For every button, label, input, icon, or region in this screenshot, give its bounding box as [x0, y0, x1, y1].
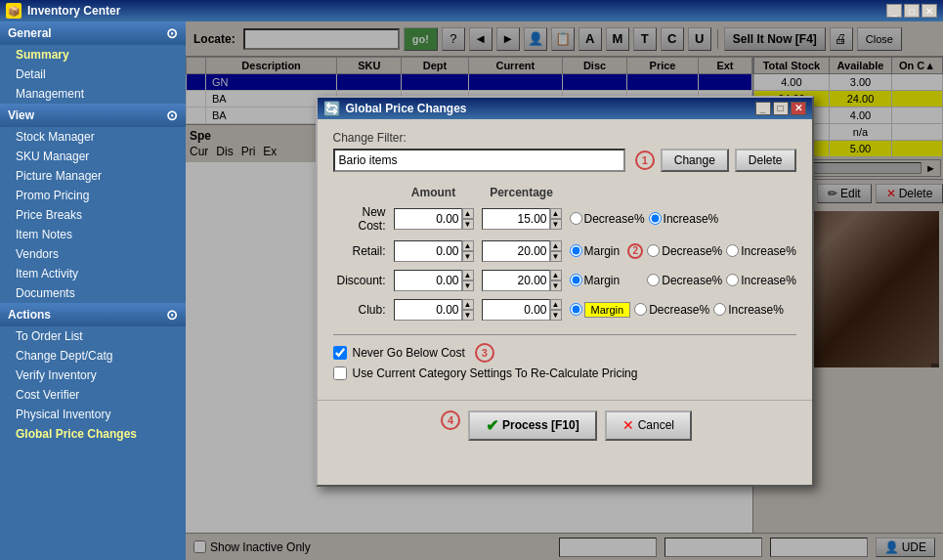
club-decrease-radio[interactable]: Decrease% — [634, 303, 709, 317]
modal-title-text: Global Price Changes — [346, 102, 750, 115]
club-amount-down[interactable]: ▼ — [462, 310, 474, 321]
modal-restore-btn[interactable]: □ — [773, 102, 789, 115]
club-pct-down[interactable]: ▼ — [550, 310, 562, 321]
window-controls: _ □ ✕ — [886, 4, 937, 18]
main-layout: General ⊙ Summary Detail Management View… — [0, 22, 943, 560]
new-cost-amount-down[interactable]: ▼ — [462, 219, 474, 230]
use-category-settings-label: Use Current Category Settings To Re-Calc… — [353, 366, 638, 380]
modal-overlay: 🔄 Global Price Changes _ □ ✕ Change Filt… — [186, 22, 943, 560]
filter-row: Bario items 1 Change Delete — [333, 149, 796, 172]
sidebar-item-change-dept[interactable]: Change Dept/Catg — [0, 346, 186, 366]
retail-amount-down[interactable]: ▼ — [462, 251, 474, 262]
cancel-button[interactable]: ✕ Cancel — [605, 410, 692, 441]
title-bar: 📦 Inventory Center _ □ ✕ — [0, 0, 943, 22]
filter-step-circle: 1 — [635, 151, 655, 170]
app-title: Inventory Center — [27, 4, 880, 18]
sidebar-item-detail[interactable]: Detail — [0, 65, 186, 84]
use-category-settings-checkbox[interactable] — [333, 366, 347, 380]
modal-minimize-btn[interactable]: _ — [755, 102, 771, 115]
sidebar-item-physical-inventory[interactable]: Physical Inventory — [0, 405, 186, 424]
new-cost-amount[interactable] — [394, 208, 462, 230]
new-cost-pct-down[interactable]: ▼ — [550, 219, 562, 230]
never-below-cost-checkbox[interactable] — [333, 346, 347, 360]
price-grid: Amount Percentage New Cost: — [333, 184, 800, 324]
retail-amount-up[interactable]: ▲ — [462, 240, 474, 251]
modal-footer: 4 ✔ Process [F10] ✕ Cancel — [318, 400, 812, 451]
price-row-discount: Discount: ▲ ▼ — [333, 266, 800, 295]
modal-title-bar: 🔄 Global Price Changes _ □ ✕ — [318, 98, 812, 119]
retail-margin-radio[interactable]: Margin — [570, 244, 621, 258]
new-cost-increase-radio[interactable]: Increase% — [649, 212, 719, 226]
sidebar-item-documents[interactable]: Documents — [0, 283, 186, 303]
never-below-cost-row: Never Go Below Cost 3 — [333, 343, 796, 363]
price-row-new-cost: New Cost: ▲ ▼ — [333, 201, 800, 237]
new-cost-radio-group: Decrease% Increase% — [570, 212, 796, 226]
checkmark-icon: ✔ — [486, 416, 498, 435]
discount-radio-group: Margin 2 Decrease% Increase% — [570, 273, 796, 288]
sidebar-item-item-activity[interactable]: Item Activity — [0, 264, 186, 283]
discount-increase-radio[interactable]: Increase% — [726, 274, 796, 287]
change-filter-button[interactable]: Change — [661, 149, 729, 172]
sidebar-item-price-breaks[interactable]: Price Breaks — [0, 205, 186, 225]
discount-amount[interactable] — [394, 270, 462, 291]
price-row-retail: Retail: ▲ ▼ — [333, 237, 800, 266]
modal-close-btn[interactable]: ✕ — [791, 102, 806, 115]
club-pct-up[interactable]: ▲ — [550, 299, 562, 310]
process-button[interactable]: ✔ Process [F10] — [468, 410, 597, 441]
minimize-btn[interactable]: _ — [886, 4, 902, 18]
sidebar-item-stock-manager[interactable]: Stock Manager — [0, 127, 186, 147]
retail-pct-down[interactable]: ▼ — [550, 251, 562, 262]
sidebar-actions-header[interactable]: Actions ⊙ — [0, 303, 186, 326]
sidebar-item-verify-inventory[interactable]: Verify Inventory — [0, 366, 186, 385]
sidebar-item-cost-verifier[interactable]: Cost Verifier — [0, 385, 186, 405]
sidebar-item-sku-manager[interactable]: SKU Manager — [0, 147, 186, 166]
retail-step-circle: 2 — [627, 243, 643, 259]
sidebar-general-header[interactable]: General ⊙ — [0, 22, 186, 45]
new-cost-amount-up[interactable]: ▲ — [462, 208, 474, 219]
sidebar-item-item-notes[interactable]: Item Notes — [0, 225, 186, 244]
modal-body: Change Filter: Bario items 1 Change Dele… — [318, 119, 812, 396]
sidebar-item-summary[interactable]: Summary — [0, 45, 186, 65]
club-amount[interactable] — [394, 299, 462, 321]
retail-pct[interactable] — [482, 240, 550, 262]
discount-decrease-radio[interactable]: Decrease% — [647, 274, 722, 287]
sidebar-item-vendors[interactable]: Vendors — [0, 244, 186, 264]
club-increase-radio[interactable]: Increase% — [713, 303, 784, 317]
sidebar-item-management[interactable]: Management — [0, 84, 186, 104]
close-btn[interactable]: ✕ — [922, 4, 937, 18]
club-pct[interactable] — [482, 299, 550, 321]
discount-amount-up[interactable]: ▲ — [462, 270, 474, 280]
retail-pct-up[interactable]: ▲ — [550, 240, 562, 251]
sidebar-item-to-order-list[interactable]: To Order List — [0, 326, 186, 346]
new-cost-pct-up[interactable]: ▲ — [550, 208, 562, 219]
sidebar-item-picture-manager[interactable]: Picture Manager — [0, 166, 186, 186]
discount-amount-wrap: ▲ ▼ — [394, 270, 474, 291]
club-margin-radio[interactable]: Margin — [570, 302, 631, 318]
discount-pct-down[interactable]: ▼ — [550, 280, 562, 291]
content-area: Locate: go! ? ◄ ► 👤 📋 A M T C U Sell It … — [186, 22, 943, 560]
never-below-cost-label: Never Go Below Cost — [353, 346, 465, 360]
new-cost-decrease-radio[interactable]: Decrease% — [570, 212, 645, 226]
actions-expand-icon: ⊙ — [166, 307, 178, 323]
discount-amount-down[interactable]: ▼ — [462, 280, 474, 291]
maximize-btn[interactable]: □ — [904, 4, 920, 18]
retail-decrease-radio[interactable]: Decrease% — [647, 244, 722, 258]
grid-col-amount: Amount — [390, 184, 478, 201]
discount-pct-up[interactable]: ▲ — [550, 270, 562, 280]
retail-label: Retail: — [333, 237, 390, 266]
delete-filter-button[interactable]: Delete — [735, 149, 796, 172]
sidebar-item-global-price-changes[interactable]: Global Price Changes — [0, 424, 186, 444]
modal-window-controls: _ □ ✕ — [755, 102, 806, 115]
discount-pct[interactable] — [482, 270, 550, 291]
club-radio-group: Margin Decrease% Increase% — [570, 302, 796, 318]
filter-select[interactable]: Bario items — [333, 149, 625, 172]
retail-amount[interactable] — [394, 240, 462, 262]
sidebar-item-promo-pricing[interactable]: Promo Pricing — [0, 186, 186, 205]
sidebar-view-header[interactable]: View ⊙ — [0, 104, 186, 127]
club-amount-up[interactable]: ▲ — [462, 299, 474, 310]
grid-col-percentage: Percentage — [478, 184, 566, 201]
discount-margin-radio[interactable]: Margin — [570, 274, 621, 287]
new-cost-label: New Cost: — [333, 201, 390, 237]
retail-increase-radio[interactable]: Increase% — [726, 244, 796, 258]
new-cost-pct[interactable] — [482, 208, 550, 230]
